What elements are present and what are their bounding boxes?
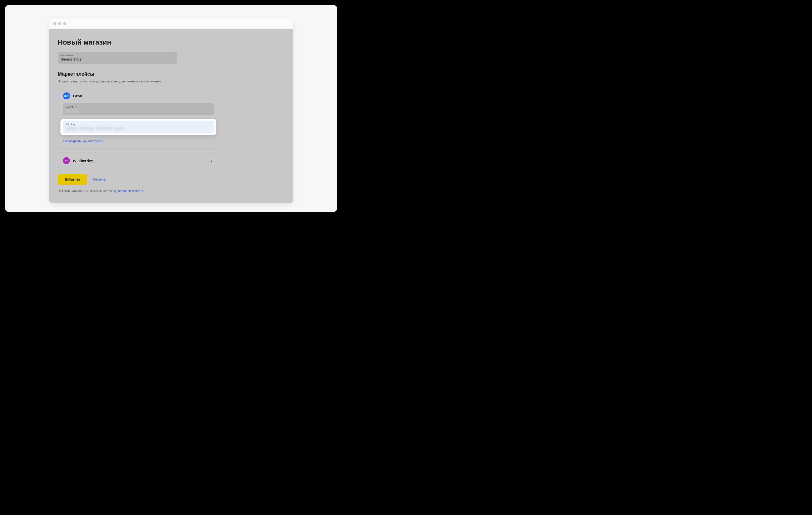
action-buttons: Добавить Отмена bbox=[58, 174, 285, 185]
traffic-light-close[interactable] bbox=[53, 22, 56, 25]
store-name-value: Sneakerstore bbox=[61, 57, 174, 61]
store-name-label: Название bbox=[61, 54, 174, 57]
disclaimer-prefix: Нажимая «Добавить», вы соглашаетесь bbox=[58, 189, 114, 193]
marketplace-card-ozon: OZON Ozon ⌃ Client ID API key bbox=[58, 88, 219, 148]
api-key-value-redacted bbox=[66, 127, 211, 130]
client-id-input[interactable]: Client ID bbox=[63, 103, 214, 115]
traffic-light-minimize[interactable] bbox=[58, 22, 61, 25]
add-button[interactable]: Добавить bbox=[58, 174, 87, 185]
page-content: Новый магазин Название Sneakerstore Марк… bbox=[49, 29, 293, 203]
offer-agreement-link[interactable]: с договором оферты bbox=[114, 189, 143, 193]
traffic-light-zoom[interactable] bbox=[63, 22, 66, 25]
page-title: Новый магазин bbox=[58, 38, 285, 46]
marketplace-name-wb: Wildberries bbox=[73, 159, 207, 163]
page-backdrop: Новый магазин Название Sneakerstore Марк… bbox=[5, 5, 337, 212]
chevron-up-icon: ⌃ bbox=[210, 94, 213, 98]
window-titlebar bbox=[49, 19, 293, 29]
store-name-input[interactable]: Название Sneakerstore bbox=[58, 52, 177, 64]
setup-help-link[interactable]: Посмотреть, как настроить bbox=[63, 139, 104, 143]
cancel-button[interactable]: Отмена bbox=[93, 177, 106, 181]
marketplace-name-ozon: Ozon bbox=[73, 94, 207, 98]
browser-window: Новый магазин Название Sneakerstore Марк… bbox=[49, 19, 293, 203]
chevron-down-icon: ⌃ bbox=[210, 159, 213, 163]
marketplaces-section-title: Маркетплейсы bbox=[58, 71, 285, 77]
marketplace-card-wb: WB Wildberries ⌃ bbox=[58, 153, 219, 168]
api-key-highlight: API key bbox=[60, 119, 216, 135]
marketplace-toggle-wb[interactable]: WB Wildberries ⌃ bbox=[63, 157, 214, 164]
disclaimer-text: Нажимая «Добавить», вы соглашаетесь с до… bbox=[58, 189, 285, 193]
client-id-label: Client ID bbox=[66, 105, 211, 108]
client-id-value-redacted bbox=[66, 109, 78, 113]
api-key-input[interactable]: API key bbox=[63, 121, 214, 133]
marketplaces-section-subtitle: Изменить настройки или добавить еще один… bbox=[58, 79, 285, 83]
wb-logo-icon: WB bbox=[63, 157, 70, 164]
api-key-label: API key bbox=[66, 123, 211, 126]
marketplace-toggle-ozon[interactable]: OZON Ozon ⌃ bbox=[63, 92, 214, 99]
ozon-logo-icon: OZON bbox=[63, 92, 70, 99]
